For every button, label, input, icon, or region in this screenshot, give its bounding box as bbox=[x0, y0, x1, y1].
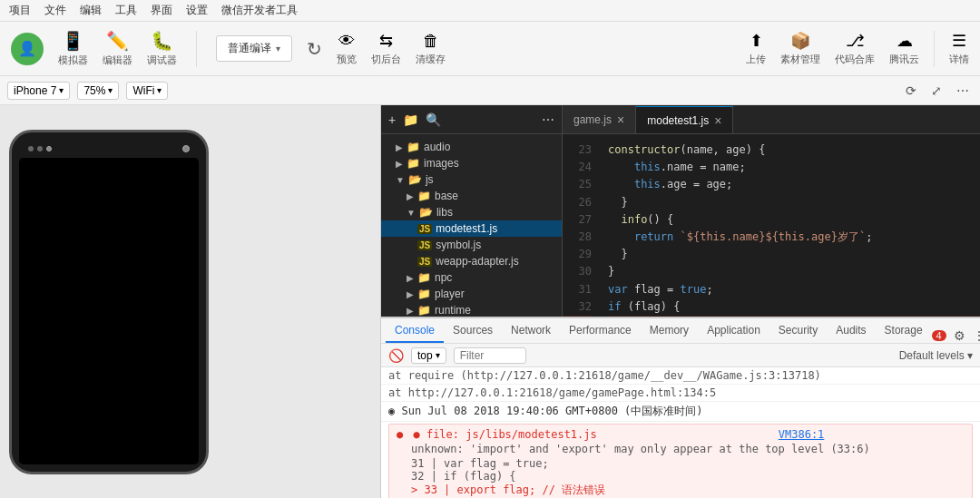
folder-libs-icon: 📂 bbox=[419, 206, 433, 219]
tree-item-base[interactable]: ▶ 📁 base bbox=[381, 188, 562, 204]
code-area: 232425262728293031323334 constructor(nam… bbox=[563, 134, 980, 326]
expand-button[interactable]: ⤢ bbox=[927, 82, 946, 100]
debugger-icon: 🐛 bbox=[151, 30, 173, 52]
phone-dots bbox=[28, 146, 52, 151]
tree-item-modetest1[interactable]: JS modetest1.js bbox=[381, 220, 562, 237]
tree-item-player-label: player bbox=[435, 288, 465, 300]
code-line-27: info() { bbox=[608, 211, 980, 229]
code-line-30: } bbox=[608, 263, 980, 280]
detail-button[interactable]: ☰ 详情 bbox=[949, 31, 969, 66]
compile-selector[interactable]: 普通编译 ▾ bbox=[216, 35, 292, 62]
refresh-tree-icon[interactable]: ⋯ bbox=[542, 112, 554, 127]
search-tree-icon[interactable]: 🔍 bbox=[426, 112, 441, 127]
clear-cache-button[interactable]: 🗑 清缓存 bbox=[416, 32, 446, 66]
error-code-line-31: 31 | var flag = true; bbox=[563, 457, 965, 470]
editor-button[interactable]: ✏️ 编辑器 bbox=[103, 30, 132, 67]
second-toolbar: iPhone 7 ▾ 75% ▾ WiFi ▾ ⟳ ⤢ ⋯ bbox=[0, 76, 980, 105]
menu-item-project[interactable]: 项目 bbox=[9, 3, 31, 18]
tree-item-symbol-label: symbol.js bbox=[436, 239, 481, 251]
asset-manager-button[interactable]: 📦 素材管理 bbox=[780, 31, 820, 66]
console-line-timestamp: ◉ Sun Jul 08 2018 19:40:06 GMT+0800 (中国标… bbox=[563, 402, 980, 422]
tree-item-symbol[interactable]: JS symbol.js bbox=[381, 237, 562, 253]
tree-item-images-label: images bbox=[424, 157, 459, 170]
device-selector[interactable]: iPhone 7 ▾ bbox=[7, 82, 70, 100]
network-selector[interactable]: WiFi ▾ bbox=[126, 82, 168, 100]
tab-memory[interactable]: Memory bbox=[641, 319, 698, 343]
folder-audio-icon: 📁 bbox=[407, 141, 420, 153]
code-lines: constructor(name, age) { this.name = nam… bbox=[599, 134, 980, 326]
folder-arrow-icon: ▶ bbox=[407, 191, 414, 201]
tree-item-js[interactable]: ▼ 📂 js bbox=[381, 171, 562, 188]
tree-item-libs[interactable]: ▼ 📂 libs bbox=[381, 204, 562, 220]
tab-modetest1[interactable]: modetest1.js × bbox=[636, 106, 733, 133]
code-line-31: var flag = true; bbox=[608, 281, 980, 298]
menu-item-edit[interactable]: 编辑 bbox=[80, 3, 102, 18]
tab-security[interactable]: Security bbox=[769, 319, 827, 343]
upload-button[interactable]: ⬆ 上传 bbox=[746, 31, 766, 66]
avatar[interactable]: 👤 bbox=[11, 33, 44, 65]
js-symbol-icon: JS bbox=[417, 240, 432, 250]
folder-player-icon: 📁 bbox=[417, 288, 431, 300]
rotate-button[interactable]: ⟳ bbox=[902, 82, 920, 100]
tab-game[interactable]: game.js × bbox=[563, 106, 636, 133]
simulator-label: 模拟器 bbox=[58, 54, 88, 67]
tree-item-player[interactable]: ▶ 📁 player bbox=[381, 286, 562, 302]
tab-application[interactable]: Application bbox=[698, 319, 769, 343]
menu-item-interface[interactable]: 界面 bbox=[151, 3, 172, 18]
vm-ref1[interactable]: VM386:1 bbox=[779, 428, 825, 441]
console-content: at require (http://127.0.0.1:21618/game/… bbox=[563, 367, 980, 498]
phone-screen bbox=[19, 158, 199, 464]
new-file-icon[interactable]: + bbox=[388, 112, 396, 127]
error-badge: 4 bbox=[932, 330, 946, 341]
zoom-selector[interactable]: 75% ▾ bbox=[77, 82, 119, 100]
console-level-selector[interactable]: Default levels ▾ bbox=[899, 349, 973, 362]
menu-item-tools[interactable]: 工具 bbox=[115, 3, 137, 18]
tab-modetest1-close-icon[interactable]: × bbox=[714, 113, 721, 128]
debugger-label: 调试器 bbox=[147, 54, 177, 67]
menu-item-file[interactable]: 文件 bbox=[44, 3, 66, 18]
line-numbers: 232425262728293031323334 bbox=[563, 134, 599, 326]
tab-game-close-icon[interactable]: × bbox=[617, 112, 624, 127]
code-repo-label: 代码合库 bbox=[835, 53, 875, 66]
menu-item-devtools[interactable]: 微信开发者工具 bbox=[221, 3, 298, 18]
file-tree-toolbar: + 📁 🔍 ⋯ bbox=[381, 105, 562, 134]
editor-label: 编辑器 bbox=[103, 54, 132, 67]
tree-item-weapp-adapter[interactable]: JS weapp-adapter.js bbox=[381, 253, 562, 269]
folder-arrow-icon: ▶ bbox=[407, 306, 414, 316]
tab-storage[interactable]: Storage bbox=[876, 319, 932, 343]
cutover-button[interactable]: ⇆ 切后台 bbox=[371, 31, 401, 66]
dot-1 bbox=[28, 146, 34, 151]
tree-item-libs-label: libs bbox=[436, 206, 453, 219]
folder-arrow-icon: ▶ bbox=[396, 159, 403, 169]
console-text-timestamp: ◉ Sun Jul 08 2018 19:40:06 GMT+0800 (中国标… bbox=[563, 405, 703, 417]
tab-audits[interactable]: Audits bbox=[827, 319, 875, 343]
upload-icon: ⬆ bbox=[750, 31, 763, 51]
preview-button[interactable]: 👁 预览 bbox=[337, 32, 357, 66]
tree-item-audio-label: audio bbox=[424, 141, 450, 153]
console-toolbar: 🚫 top ▾ Default levels ▾ bbox=[563, 344, 980, 367]
code-line-32: if (flag) { bbox=[608, 298, 980, 316]
menu-bar: 项目 文件 编辑 工具 界面 设置 微信开发者工具 bbox=[0, 0, 980, 22]
refresh-button[interactable]: ↻ bbox=[307, 38, 322, 60]
debugger-button[interactable]: 🐛 调试器 bbox=[147, 30, 177, 67]
tencent-cloud-button[interactable]: ☁ 腾讯云 bbox=[889, 31, 919, 66]
compile-arrow-icon: ▾ bbox=[276, 44, 280, 54]
tree-item-npc[interactable]: ▶ 📁 npc bbox=[381, 269, 562, 286]
folder-arrow-icon: ▶ bbox=[407, 273, 414, 283]
clear-cache-icon: 🗑 bbox=[423, 32, 439, 51]
folder-runtime-icon: 📁 bbox=[417, 304, 431, 317]
tab-performance[interactable]: Performance bbox=[563, 319, 641, 343]
devtools-more-icon[interactable]: ⋮ bbox=[973, 328, 980, 343]
tree-item-modetest1-label: modetest1.js bbox=[436, 222, 497, 235]
tree-item-images[interactable]: ▶ 📁 images bbox=[381, 155, 562, 171]
code-repo-button[interactable]: ⎇ 代码合库 bbox=[835, 31, 875, 66]
more-options-button[interactable]: ⋯ bbox=[953, 82, 973, 100]
devtools-settings-icon[interactable]: ⚙ bbox=[954, 328, 965, 343]
folder-arrow-icon: ▶ bbox=[407, 289, 414, 299]
new-folder-icon[interactable]: 📁 bbox=[403, 112, 418, 127]
code-line-26: } bbox=[608, 194, 980, 211]
js-weapp-icon: JS bbox=[417, 257, 432, 267]
tree-item-audio[interactable]: ▶ 📁 audio bbox=[381, 139, 562, 155]
menu-item-settings[interactable]: 设置 bbox=[186, 3, 208, 18]
simulator-button[interactable]: 📱 模拟器 bbox=[58, 30, 88, 67]
